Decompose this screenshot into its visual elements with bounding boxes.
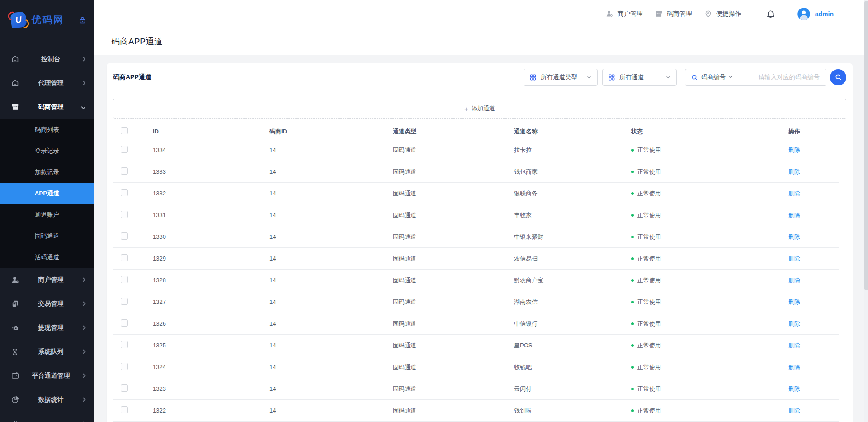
row-checkbox[interactable] xyxy=(121,319,128,327)
delete-link[interactable]: 删除 xyxy=(788,364,800,370)
nav-merchant-management[interactable]: 商户管理 xyxy=(605,9,643,18)
column-header-id: ID xyxy=(153,128,269,135)
column-header-status: 状态 xyxy=(631,128,788,136)
sidebar-subitem-APP通道[interactable]: APP通道 xyxy=(0,183,94,204)
delete-link[interactable]: 删除 xyxy=(788,385,800,392)
cell-status: 正常使用 xyxy=(631,211,788,219)
chevron-right-icon xyxy=(81,81,86,85)
delete-link[interactable]: 删除 xyxy=(788,255,800,262)
nav-quick-actions[interactable]: 便捷操作 xyxy=(704,9,741,18)
table-row: 1334 14 固码通道 拉卡拉 正常使用 删除 xyxy=(113,139,839,161)
status-dot-icon xyxy=(631,388,634,390)
delete-link[interactable]: 删除 xyxy=(788,212,800,218)
sidebar-item-partial[interactable] xyxy=(0,412,94,422)
row-checkbox[interactable] xyxy=(121,189,128,196)
avatar[interactable] xyxy=(797,7,811,21)
lock-icon[interactable] xyxy=(78,16,87,24)
channel-type-select[interactable]: 所有通道类型 xyxy=(524,69,598,86)
sidebar: U 优码网 控制台代理管理码商管理码商列表登录记录加款记录APP通道通道账户固码… xyxy=(0,0,94,422)
nav-label: 商户管理 xyxy=(618,10,643,18)
cell-id: 1323 xyxy=(153,385,269,392)
sidebar-subitem-登录记录[interactable]: 登录记录 xyxy=(0,140,94,161)
delete-link[interactable]: 删除 xyxy=(788,299,800,305)
sidebar-item-代理管理[interactable]: 代理管理 xyxy=(0,71,94,95)
search-button[interactable] xyxy=(830,69,846,85)
sidebar-item-平台通道管理[interactable]: 平台通道管理 xyxy=(0,364,94,388)
sidebar-item-label: 代理管理 xyxy=(20,79,82,87)
row-checkbox[interactable] xyxy=(121,341,128,348)
nav-codemerchant-management[interactable]: 码商管理 xyxy=(655,9,692,18)
search-input[interactable] xyxy=(733,74,821,81)
row-checkbox[interactable] xyxy=(121,211,128,218)
sidebar-subitem-码商列表[interactable]: 码商列表 xyxy=(0,119,94,140)
select-all-checkbox[interactable] xyxy=(121,127,128,134)
sidebar-subitem-固码通道[interactable]: 固码通道 xyxy=(0,225,94,247)
delete-link[interactable]: 删除 xyxy=(788,233,800,240)
status-dot-icon xyxy=(631,279,634,282)
search-icon xyxy=(835,73,842,81)
search-category-select[interactable]: 码商编号 xyxy=(701,73,726,81)
row-checkbox[interactable] xyxy=(121,406,128,413)
delete-link[interactable]: 删除 xyxy=(788,407,800,414)
sidebar-item-商户管理[interactable]: 商户管理 xyxy=(0,268,94,292)
row-checkbox[interactable] xyxy=(121,363,128,370)
sidebar-subitem-活码通道[interactable]: 活码通道 xyxy=(0,247,94,268)
cell-id: 1332 xyxy=(153,190,269,197)
sidebar-item-码商管理[interactable]: 码商管理 xyxy=(0,95,94,119)
chevron-right-icon xyxy=(81,57,86,62)
pie-chart-icon xyxy=(11,395,20,404)
cell-name: 中信银行 xyxy=(514,320,631,328)
cell-type: 固码通道 xyxy=(393,341,514,350)
row-checkbox[interactable] xyxy=(121,298,128,305)
sidebar-item-数据统计[interactable]: 数据统计 xyxy=(0,388,94,412)
cell-type: 固码通道 xyxy=(393,276,514,284)
table-row: 1327 14 固码通道 湖南农信 正常使用 删除 xyxy=(113,291,839,313)
select-value: 所有通道 xyxy=(619,73,644,81)
sidebar-item-交易管理[interactable]: 交易管理 xyxy=(0,292,94,316)
row-checkbox[interactable] xyxy=(121,146,128,153)
column-header-type: 通道类型 xyxy=(393,128,514,136)
row-checkbox[interactable] xyxy=(121,384,128,392)
row-checkbox[interactable] xyxy=(121,276,128,283)
table-row: 1332 14 固码通道 银联商务 正常使用 删除 xyxy=(113,183,839,204)
brand[interactable]: U 优码网 xyxy=(0,0,94,47)
cell-status: 正常使用 xyxy=(631,233,788,241)
table-row: 1329 14 固码通道 农信易扫 正常使用 删除 xyxy=(113,248,839,270)
cell-name: 收钱吧 xyxy=(514,363,631,371)
add-channel-button[interactable]: + 添加通道 xyxy=(113,99,846,119)
user-gear-icon xyxy=(11,275,20,284)
cell-status: 正常使用 xyxy=(631,255,788,263)
row-checkbox[interactable] xyxy=(121,232,128,240)
delete-link[interactable]: 删除 xyxy=(788,342,800,349)
delete-link[interactable]: 删除 xyxy=(788,277,800,284)
cell-status: 正常使用 xyxy=(631,146,788,154)
row-checkbox[interactable] xyxy=(121,254,128,261)
cell-id: 1324 xyxy=(153,364,269,370)
row-checkbox[interactable] xyxy=(121,167,128,175)
sidebar-item-控制台[interactable]: 控制台 xyxy=(0,47,94,71)
cell-status: 正常使用 xyxy=(631,320,788,328)
chevron-down-icon[interactable] xyxy=(728,75,733,80)
sidebar-subitem-加款记录[interactable]: 加款记录 xyxy=(0,161,94,183)
delete-link[interactable]: 删除 xyxy=(788,147,800,153)
notification-bell-icon[interactable] xyxy=(766,9,775,19)
cell-name: 钱包商家 xyxy=(514,168,631,176)
delete-link[interactable]: 删除 xyxy=(788,320,800,327)
cell-status: 正常使用 xyxy=(631,168,788,176)
chevron-down-icon xyxy=(81,105,86,109)
cell-name: 钱到啦 xyxy=(514,407,631,415)
delete-link[interactable]: 删除 xyxy=(788,168,800,175)
sidebar-item-提现管理[interactable]: 提现管理 xyxy=(0,316,94,340)
brand-logo-letter: U xyxy=(15,14,23,25)
sidebar-subitem-通道账户[interactable]: 通道账户 xyxy=(0,204,94,225)
sidebar-item-系统队列[interactable]: 系统队列 xyxy=(0,340,94,364)
cell-name: 拉卡拉 xyxy=(514,146,631,154)
sidebar-item-label: 控制台 xyxy=(20,55,82,63)
channel-select[interactable]: 所有通道 xyxy=(602,69,677,86)
scrollbar-thumb[interactable] xyxy=(864,1,868,290)
delete-link[interactable]: 删除 xyxy=(788,190,800,197)
cell-merchant-id: 14 xyxy=(269,168,393,175)
username[interactable]: admin xyxy=(815,10,834,18)
page-scrollbar[interactable] xyxy=(864,0,868,422)
banknotes-icon xyxy=(11,323,20,332)
